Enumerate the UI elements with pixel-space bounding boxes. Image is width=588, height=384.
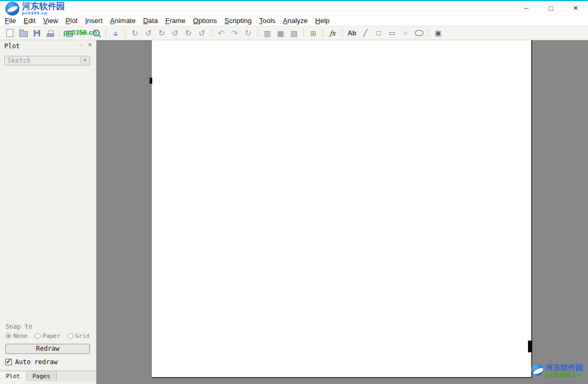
- toolbar-separator: [106, 28, 106, 38]
- panel-header-icons: ▫ ✕: [78, 42, 93, 48]
- toolbar-separator: [211, 28, 212, 38]
- rotate-z-icon: ↺: [198, 28, 205, 38]
- snap-none-label: None: [13, 333, 28, 339]
- cut-button[interactable]: ✂: [76, 27, 90, 39]
- minimize-button[interactable]: ─: [514, 1, 539, 15]
- square-tool-button[interactable]: □: [372, 27, 385, 39]
- paste-button[interactable]: ▤: [63, 27, 76, 39]
- snap-none-option[interactable]: None: [5, 333, 28, 339]
- menu-options[interactable]: Options: [189, 17, 221, 25]
- maximize-button[interactable]: □: [539, 1, 563, 15]
- rotate-x-button[interactable]: ↺: [168, 27, 182, 39]
- panel-close-icon[interactable]: ✕: [87, 42, 93, 48]
- frame-right-handle: [528, 341, 532, 352]
- redraw-button[interactable]: Redraw: [5, 344, 90, 354]
- panel-float-icon[interactable]: ▫: [78, 42, 84, 48]
- snap-grid-label: Grid: [76, 333, 90, 339]
- toolbar-separator: [257, 28, 258, 38]
- redraw-view-button[interactable]: ↻: [241, 27, 255, 39]
- content-area: Plot ▫ ✕ Sketch ▼ Snap to None Paper: [0, 40, 588, 384]
- snap-grid-option[interactable]: Grid: [68, 333, 90, 339]
- menu-tools[interactable]: Tools: [255, 17, 279, 25]
- print-button[interactable]: [43, 27, 57, 39]
- translate-v-arrow: ↕: [114, 28, 117, 37]
- plot-type-value: Sketch: [8, 57, 31, 64]
- check-icon: ✓: [6, 358, 11, 365]
- menu-data[interactable]: Data: [139, 17, 161, 25]
- plot-panel-header: Plot ▫ ✕: [0, 40, 96, 52]
- close-button[interactable]: ✕: [563, 1, 588, 15]
- tile-frames-icon: ▥: [264, 29, 271, 38]
- new-file-button[interactable]: [3, 27, 17, 39]
- rotate-spherical-button[interactable]: ↻: [128, 27, 142, 39]
- auto-redraw-checkbox[interactable]: ✓: [5, 359, 12, 365]
- zoom-button[interactable]: [90, 27, 103, 39]
- menu-scripting[interactable]: Scripting: [221, 17, 256, 25]
- rotate-twist-button[interactable]: ↻: [155, 27, 168, 39]
- menu-insert[interactable]: Insert: [81, 17, 107, 25]
- fit-frames-icon: ▦: [277, 29, 284, 38]
- radio-grid-icon[interactable]: [68, 333, 73, 339]
- snap-paper-label: Paper: [43, 333, 61, 339]
- polyline-tool-icon: ╱: [363, 29, 368, 37]
- menu-file[interactable]: File: [1, 17, 20, 25]
- workspace[interactable]: [96, 40, 588, 384]
- save-button[interactable]: [30, 27, 43, 39]
- snap-to-options: None Paper Grid: [5, 333, 90, 339]
- plot-frame[interactable]: [151, 40, 532, 378]
- menu-analyze[interactable]: Analyze: [279, 17, 311, 25]
- plot-sidebar: Plot ▫ ✕ Sketch ▼ Snap to None Paper: [0, 40, 96, 384]
- grid-button[interactable]: ⊞: [307, 27, 320, 39]
- rotate-y-icon: ↻: [185, 28, 192, 38]
- square-tool-icon: □: [377, 29, 381, 37]
- translate-icon: ↔ ↕: [112, 29, 120, 38]
- save-icon: [34, 30, 40, 36]
- rotate-z-button[interactable]: ↺: [195, 27, 209, 39]
- toolbar: ▤ ✂ ↔ ↕ ↻ ↺ ↻ ↺ ↻ ↺ ↶ ↷ ↻ ▥ ▦ ▧ ⊞ ƒx Ab …: [0, 26, 588, 40]
- text-tool-button[interactable]: Ab: [345, 27, 359, 39]
- new-file-icon: [6, 29, 13, 37]
- tab-pages[interactable]: Pages: [27, 371, 57, 381]
- toolbar-separator: [342, 28, 343, 38]
- radio-none-icon[interactable]: [5, 333, 11, 339]
- tile-frames-button[interactable]: ▥: [260, 27, 274, 39]
- redo-button[interactable]: ↷: [228, 27, 241, 39]
- snap-paper-option[interactable]: Paper: [35, 333, 61, 339]
- undo-button[interactable]: ↶: [214, 27, 228, 39]
- tab-plot[interactable]: Plot: [0, 371, 27, 381]
- menu-help[interactable]: Help: [311, 17, 333, 25]
- menu-animate[interactable]: Animate: [106, 17, 139, 25]
- translate-button[interactable]: ↔ ↕: [109, 27, 122, 39]
- rotate-twist-icon: ↻: [158, 28, 165, 38]
- circle-tool-button[interactable]: ○: [399, 27, 412, 39]
- paste-icon: ▤: [65, 29, 73, 37]
- menu-plot[interactable]: Plot: [62, 17, 81, 25]
- menu-view[interactable]: View: [39, 17, 62, 25]
- auto-redraw-control[interactable]: ✓ Auto redraw: [5, 358, 57, 366]
- plot-type-dropdown[interactable]: Sketch ▼: [4, 56, 90, 65]
- open-file-button[interactable]: [17, 27, 30, 39]
- menu-frame[interactable]: Frame: [161, 17, 189, 25]
- print-icon: [47, 33, 54, 37]
- sidebar-tab-bar: Plot Pages: [0, 371, 96, 381]
- rectangle-tool-icon: ▭: [389, 29, 395, 37]
- rectangle-tool-button[interactable]: ▭: [385, 27, 399, 39]
- titlebar[interactable]: ─ □ ✕: [0, 1, 588, 15]
- rotate-rollerball-icon: ↺: [145, 28, 152, 38]
- open-folder-icon: [19, 31, 28, 37]
- function-button[interactable]: ƒx: [326, 27, 339, 39]
- full-view-button[interactable]: ▧: [287, 27, 301, 39]
- rotate-spherical-icon: ↻: [131, 28, 138, 38]
- rotate-y-button[interactable]: ↻: [182, 27, 195, 39]
- menu-edit[interactable]: Edit: [20, 17, 39, 25]
- ellipse-tool-button[interactable]: [412, 27, 426, 39]
- fit-frames-button[interactable]: ▦: [274, 27, 287, 39]
- image-tool-icon: ▣: [435, 29, 441, 37]
- image-tool-button[interactable]: ▣: [431, 27, 445, 39]
- text-tool-icon: Ab: [348, 30, 356, 36]
- rotate-rollerball-button[interactable]: ↺: [142, 27, 155, 39]
- radio-paper-icon[interactable]: [35, 333, 41, 339]
- polyline-tool-button[interactable]: ╱: [359, 27, 372, 39]
- app-window: ─ □ ✕ File Edit View Plot Insert Animate…: [0, 0, 588, 384]
- window-controls: ─ □ ✕: [514, 1, 588, 15]
